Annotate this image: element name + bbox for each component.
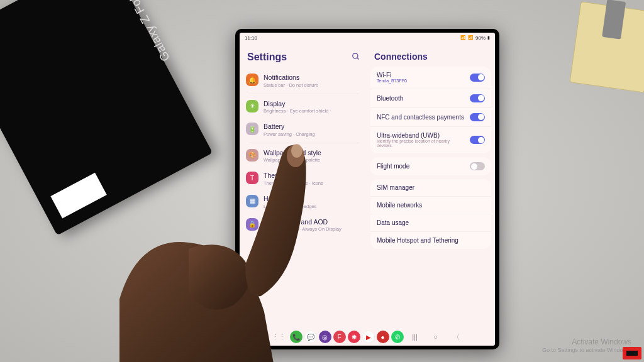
phone-app-icon[interactable]: 📞 bbox=[290, 331, 303, 343]
home-button[interactable]: ○ bbox=[426, 333, 445, 341]
row-title: Data usage bbox=[377, 219, 409, 226]
home-icon: ▦ bbox=[246, 195, 258, 207]
product-box: Galaxy Z Fold6 bbox=[0, 0, 213, 236]
item-sub: Brightness · Eye comfort shield · bbox=[264, 108, 331, 114]
status-right: 📶 📶 90% ▮ bbox=[460, 35, 490, 41]
row-title: Mobile networks bbox=[377, 202, 422, 209]
settings-item-homescreen[interactable]: ▦ Home screen Layout · App icon badges bbox=[242, 190, 365, 214]
item-sub: Status bar · Do not disturb bbox=[264, 82, 318, 88]
messages-app-icon[interactable]: 💬 bbox=[304, 331, 317, 343]
item-title: Display bbox=[264, 100, 331, 108]
recent-apps-button[interactable]: ||| bbox=[406, 333, 425, 341]
svg-line-1 bbox=[357, 57, 359, 59]
connections-card-1: Wi-Fi Tenda_B73FF0 Bluetooth NFC and bbox=[370, 67, 491, 153]
divider bbox=[248, 94, 359, 94]
row-title: Ultra-wideband (UWB) bbox=[377, 132, 465, 139]
svg-point-0 bbox=[353, 53, 358, 58]
conn-data-usage[interactable]: Data usage bbox=[370, 214, 491, 232]
clamp-metal-icon bbox=[602, 0, 626, 40]
item-title: Battery bbox=[264, 123, 315, 131]
connections-card-2: Flight mode bbox=[370, 157, 491, 175]
product-box-label: Galaxy Z Fold6 bbox=[121, 0, 173, 63]
status-bar: 11:10 📶 📶 90% ▮ bbox=[240, 33, 495, 43]
status-time: 11:10 bbox=[245, 35, 257, 41]
connections-pane: Connections Wi-Fi Tenda_B73FF0 Bluetooth bbox=[369, 43, 492, 328]
barcode-icon bbox=[50, 173, 106, 219]
nfc-toggle[interactable] bbox=[470, 113, 485, 121]
signal-icon: 📶 bbox=[460, 35, 466, 40]
themes-icon: T bbox=[246, 172, 258, 184]
rec-app-icon[interactable]: ● bbox=[377, 331, 389, 343]
item-sub: Layout · App icon badges bbox=[264, 204, 316, 209]
wifi-toggle[interactable] bbox=[470, 74, 485, 82]
settings-item-display[interactable]: ☀ Display Brightness · Eye comfort shiel… bbox=[242, 96, 365, 119]
conn-flightmode[interactable]: Flight mode bbox=[370, 157, 491, 175]
row-sub: Identify the precise location of nearby … bbox=[377, 139, 465, 148]
flipboard-app-icon[interactable]: F bbox=[333, 331, 346, 343]
connections-card-3: SIM manager Mobile networks Data usage M… bbox=[370, 179, 491, 249]
settings-pane: Settings 🔔 Notifications Status bar · Do… bbox=[242, 43, 365, 328]
wallpaper-icon: 🎨 bbox=[246, 149, 258, 162]
settings-item-wallpaper[interactable]: 🎨 Wallpaper and style Wallpapers · Colou… bbox=[242, 145, 365, 168]
row-title: Wi-Fi bbox=[377, 72, 465, 79]
conn-wifi[interactable]: Wi-Fi Tenda_B73FF0 bbox=[370, 67, 491, 89]
watermark-line2: Go to Settings to activate Windows. bbox=[542, 347, 631, 354]
whatsapp-app-icon[interactable]: ✆ bbox=[391, 331, 404, 343]
settings-item-battery[interactable]: 🔋 Battery Power saving · Charging bbox=[242, 118, 365, 141]
row-title: SIM manager bbox=[377, 184, 414, 191]
conn-hotspot[interactable]: Mobile Hotspot and Tethering bbox=[370, 232, 491, 249]
settings-item-themes[interactable]: T Themes Themes · Wallpapers · Icons bbox=[242, 167, 365, 190]
item-title: Wallpaper and style bbox=[264, 149, 321, 157]
settings-item-notifications[interactable]: 🔔 Notifications Status bar · Do not dist… bbox=[242, 69, 365, 92]
connections-title: Connections bbox=[369, 43, 492, 67]
watermark-line1: Activate Windows bbox=[542, 337, 631, 348]
gallery-app-icon[interactable]: ✱ bbox=[348, 331, 360, 343]
conn-sim[interactable]: SIM manager bbox=[370, 179, 491, 197]
wooden-clamp bbox=[570, 1, 644, 92]
nav-bar: ⋮⋮ 📞 💬 ◎ F ✱ ▶ ● ✆ ||| ○ 〈 bbox=[240, 328, 495, 346]
battery-icon: ▮ bbox=[487, 35, 490, 40]
bluetooth-toggle[interactable] bbox=[470, 94, 485, 102]
youtube-app-icon[interactable]: ▶ bbox=[362, 331, 375, 343]
flightmode-toggle[interactable] bbox=[470, 162, 485, 170]
browser-app-icon[interactable]: ◎ bbox=[319, 331, 331, 343]
settings-item-lockscreen[interactable]: 🔒 Lock screen and AOD Screen lock type ·… bbox=[242, 214, 365, 237]
back-button[interactable]: 〈 bbox=[447, 332, 466, 342]
item-title: Home screen bbox=[264, 195, 316, 203]
display-icon: ☀ bbox=[246, 100, 258, 112]
uwb-toggle[interactable] bbox=[470, 136, 485, 144]
notifications-icon: 🔔 bbox=[246, 74, 258, 86]
item-title: Lock screen and AOD bbox=[264, 218, 341, 226]
lock-icon: 🔒 bbox=[246, 218, 258, 231]
item-title: Notifications bbox=[264, 74, 318, 82]
row-title: Bluetooth bbox=[377, 95, 465, 102]
conn-bluetooth[interactable]: Bluetooth bbox=[370, 89, 491, 108]
item-sub: Screen lock type · Always On Display bbox=[264, 226, 341, 232]
item-sub: Wallpapers · Colour palette bbox=[264, 157, 321, 163]
row-title: Mobile Hotspot and Tethering bbox=[377, 237, 458, 244]
battery-icon: 🔋 bbox=[246, 123, 258, 135]
item-sub: Power saving · Charging bbox=[264, 131, 315, 137]
channel-badge-icon bbox=[623, 347, 641, 359]
settings-title: Settings bbox=[247, 52, 287, 63]
conn-nfc[interactable]: NFC and contactless payments bbox=[370, 108, 491, 127]
item-title: Themes bbox=[264, 172, 323, 180]
screen: 11:10 📶 📶 90% ▮ Settings 🔔 bbox=[240, 33, 495, 346]
device-frame: 11:10 📶 📶 90% ▮ Settings 🔔 bbox=[235, 29, 499, 349]
conn-mobile-networks[interactable]: Mobile networks bbox=[370, 197, 491, 214]
windows-watermark: Activate Windows Go to Settings to activ… bbox=[542, 337, 631, 354]
battery-text: 90% bbox=[475, 35, 486, 41]
row-sub: Tenda_B73FF0 bbox=[377, 79, 465, 84]
conn-uwb[interactable]: Ultra-wideband (UWB) Identify the precis… bbox=[370, 127, 491, 153]
row-title: NFC and contactless payments bbox=[377, 114, 465, 121]
row-title: Flight mode bbox=[377, 163, 465, 170]
divider bbox=[248, 143, 359, 143]
item-sub: Themes · Wallpapers · Icons bbox=[264, 180, 323, 186]
search-icon[interactable] bbox=[352, 52, 360, 63]
wifi-icon: 📶 bbox=[468, 35, 474, 40]
apps-drawer-icon[interactable]: ⋮⋮ bbox=[269, 333, 288, 341]
